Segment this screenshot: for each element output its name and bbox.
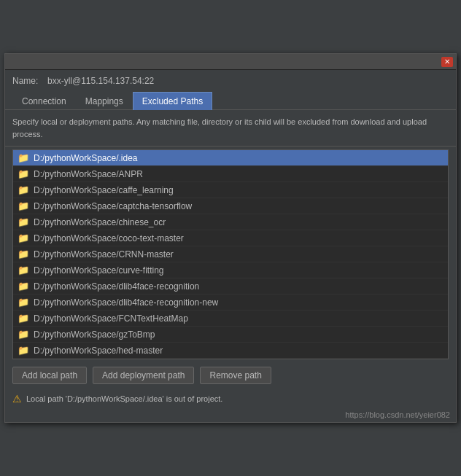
- path-item[interactable]: 📁D:/pythonWorkSpace/ANPR: [13, 166, 448, 182]
- path-text: D:/pythonWorkSpace/dlib4face-recognition: [34, 281, 199, 292]
- name-row: Name: bxx-yll@115.154.137.54:22: [5, 70, 456, 92]
- path-item[interactable]: 📁D:/pythonWorkSpace/dlib4face-recognitio…: [13, 294, 448, 311]
- folder-icon: 📁: [18, 216, 29, 227]
- folder-icon: 📁: [18, 329, 29, 340]
- path-item[interactable]: 📁D:/pythonWorkSpace/dlib4face-recognitio…: [13, 278, 448, 294]
- warning-row: ⚠ Local path 'D:/pythonWorkSpace/.idea' …: [5, 389, 456, 409]
- add-deployment-path-button[interactable]: Add deployment path: [93, 367, 194, 384]
- tab-mappings[interactable]: Mappings: [76, 92, 133, 110]
- path-item[interactable]: 📁D:/pythonWorkSpace/.idea: [13, 150, 448, 166]
- path-text: D:/pythonWorkSpace/dlib4face-recognition…: [34, 297, 218, 308]
- folder-icon: 📁: [18, 233, 29, 243]
- path-list[interactable]: 📁D:/pythonWorkSpace/.idea📁D:/pythonWorkS…: [12, 149, 449, 359]
- folder-icon: 📁: [18, 184, 29, 195]
- path-item[interactable]: 📁D:/pythonWorkSpace/captcha-tensorflow: [13, 198, 448, 214]
- description-text: Specify local or deployment paths. Any m…: [5, 110, 456, 147]
- remove-path-button[interactable]: Remove path: [200, 367, 271, 384]
- folder-icon: 📁: [18, 313, 29, 324]
- folder-icon: 📁: [18, 281, 29, 292]
- folder-icon: 📁: [18, 249, 29, 260]
- watermark: https://blog.csdn.net/yeier082: [5, 409, 456, 422]
- title-bar: ✕: [5, 54, 456, 70]
- path-text: D:/pythonWorkSpace/caffe_learning: [34, 185, 174, 195]
- path-item[interactable]: 📁D:/pythonWorkSpace/chinese_ocr: [13, 214, 448, 230]
- deployment-dialog: ✕ Name: bxx-yll@115.154.137.54:22 Connec…: [4, 53, 457, 423]
- path-item[interactable]: 📁D:/pythonWorkSpace/curve-fitting: [13, 262, 448, 278]
- add-local-path-button[interactable]: Add local path: [12, 367, 87, 384]
- tab-connection[interactable]: Connection: [12, 92, 76, 110]
- path-text: D:/pythonWorkSpace/hed-master: [34, 346, 163, 356]
- path-item[interactable]: 📁D:/pythonWorkSpace/FCNTextHeatMap: [13, 311, 448, 327]
- path-text: D:/pythonWorkSpace/ANPR: [34, 169, 143, 179]
- path-text: D:/pythonWorkSpace/FCNTextHeatMap: [34, 313, 188, 324]
- path-item[interactable]: 📁D:/pythonWorkSpace/CRNN-master: [13, 246, 448, 262]
- path-text: D:/pythonWorkSpace/captcha-tensorflow: [34, 201, 192, 211]
- tab-excluded-paths[interactable]: Excluded Paths: [133, 92, 212, 110]
- name-value: bxx-yll@115.154.137.54:22: [47, 76, 154, 86]
- path-text: D:/pythonWorkSpace/curve-fitting: [34, 265, 164, 276]
- name-label: Name:: [12, 76, 42, 86]
- buttons-row: Add local path Add deployment path Remov…: [5, 362, 456, 389]
- folder-icon: 📁: [18, 265, 29, 276]
- folder-icon: 📁: [18, 152, 29, 163]
- path-text: D:/pythonWorkSpace/.idea: [34, 153, 138, 163]
- path-item[interactable]: 📁D:/pythonWorkSpace/coco-text-master: [13, 230, 448, 246]
- folder-icon: 📁: [18, 200, 29, 211]
- folder-icon: 📁: [18, 297, 29, 308]
- warning-text: Local path 'D:/pythonWorkSpace/.idea' is…: [26, 394, 222, 403]
- path-item[interactable]: 📁D:/pythonWorkSpace/hed-master: [13, 343, 448, 359]
- path-text: D:/pythonWorkSpace/chinese_ocr: [34, 217, 166, 227]
- path-item[interactable]: 📁D:/pythonWorkSpace/caffe_learning: [13, 182, 448, 198]
- close-button[interactable]: ✕: [441, 57, 453, 67]
- folder-icon: 📁: [18, 345, 29, 356]
- path-item[interactable]: 📁D:/pythonWorkSpace/gzToBmp: [13, 327, 448, 343]
- warning-icon: ⚠: [12, 393, 22, 405]
- path-text: D:/pythonWorkSpace/gzToBmp: [34, 329, 155, 340]
- path-text: D:/pythonWorkSpace/coco-text-master: [34, 233, 184, 243]
- folder-icon: 📁: [18, 168, 29, 179]
- tabs-bar: Connection Mappings Excluded Paths: [5, 92, 456, 110]
- path-text: D:/pythonWorkSpace/CRNN-master: [34, 249, 174, 260]
